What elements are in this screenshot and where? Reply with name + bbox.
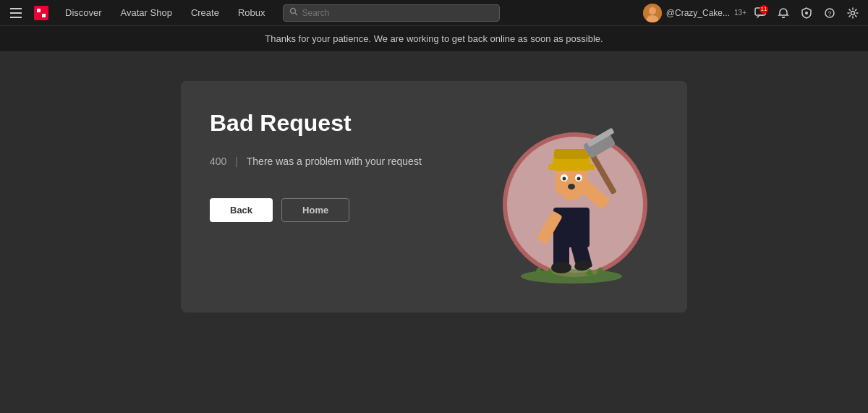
- notifications-button[interactable]: [774, 4, 793, 22]
- help-button[interactable]: ?: [820, 4, 839, 22]
- error-card: Bad Request 400 | There was a problem wi…: [181, 81, 687, 312]
- svg-point-9: [805, 12, 808, 14]
- shield-icon-button[interactable]: [797, 4, 816, 22]
- search-bar[interactable]: [283, 4, 500, 22]
- back-button[interactable]: Back: [210, 198, 273, 222]
- svg-point-27: [568, 184, 575, 190]
- error-message: There was a problem with your request: [247, 156, 422, 167]
- avatar[interactable]: [643, 4, 662, 22]
- svg-rect-14: [553, 208, 590, 247]
- chat-notification-badge: 11: [760, 5, 768, 14]
- settings-button[interactable]: [843, 4, 862, 22]
- banner-text: Thanks for your patience. We are working…: [265, 33, 603, 44]
- svg-line-4: [295, 13, 297, 15]
- home-button[interactable]: Home: [281, 198, 349, 222]
- age-rating-badge: 13+: [734, 9, 746, 17]
- svg-rect-29: [548, 164, 595, 170]
- error-code: 400: [210, 156, 226, 167]
- username-label[interactable]: @Crazy_Cake...: [666, 8, 730, 18]
- svg-rect-2: [42, 14, 46, 17]
- error-description: 400 | There was a problem with your requ…: [210, 154, 456, 169]
- nav-avatar-shop[interactable]: Avatar Shop: [112, 4, 181, 21]
- nav-right-actions: @Crazy_Cake... 13+ 11 ?: [643, 4, 862, 22]
- nav-create[interactable]: Create: [182, 4, 228, 21]
- nav-links: Discover Avatar Shop Create Robux: [56, 4, 274, 21]
- error-divider: |: [232, 156, 240, 167]
- svg-rect-30: [554, 149, 589, 159]
- svg-point-6: [649, 7, 656, 14]
- error-illustration: [485, 95, 665, 291]
- hamburger-menu-button[interactable]: [6, 3, 26, 23]
- roblox-logo[interactable]: [32, 4, 51, 22]
- svg-point-3: [290, 9, 295, 14]
- svg-rect-0: [34, 6, 48, 20]
- main-content: Bad Request 400 | There was a problem wi…: [0, 52, 868, 412]
- nav-discover[interactable]: Discover: [56, 4, 111, 21]
- search-input[interactable]: [302, 8, 493, 18]
- svg-text:?: ?: [828, 10, 832, 17]
- svg-rect-1: [37, 9, 41, 12]
- maintenance-banner: Thanks for your patience. We are working…: [0, 26, 868, 52]
- chat-button[interactable]: 11: [751, 4, 770, 22]
- svg-point-25: [563, 177, 566, 181]
- navbar: Discover Avatar Shop Create Robux @Crazy…: [0, 0, 868, 26]
- svg-point-17: [551, 262, 571, 273]
- svg-point-12: [851, 11, 855, 14]
- search-icon: [289, 7, 298, 18]
- nav-robux[interactable]: Robux: [229, 4, 274, 21]
- svg-point-26: [577, 177, 581, 181]
- illustration-character: [492, 103, 651, 284]
